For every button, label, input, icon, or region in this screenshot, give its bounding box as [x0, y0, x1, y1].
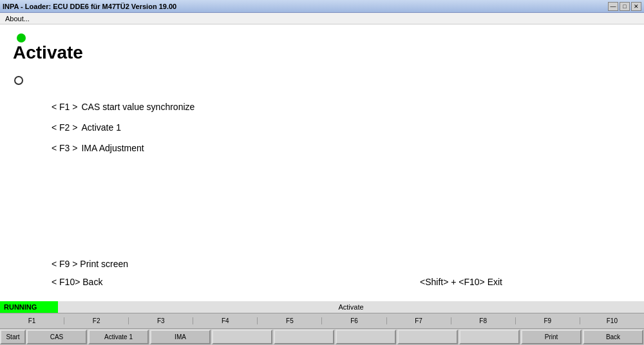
f1-button[interactable]: CAS	[26, 330, 87, 344]
close-button[interactable]: ✕	[631, 2, 641, 11]
f8-button[interactable]	[459, 330, 520, 344]
button-bar: Start CAS Activate 1 IMA Print Back	[0, 329, 644, 345]
f9-label: Print screen	[80, 259, 128, 269]
f10-label: Back	[82, 277, 102, 287]
f2-key: < F2 >	[52, 122, 77, 133]
f7-button[interactable]	[397, 330, 458, 344]
menu-entry-f3: < F3 > IMA Adjustment	[52, 143, 631, 153]
f10-button[interactable]: Back	[583, 330, 643, 344]
shortcut-f9: < F9 > Print screen	[52, 259, 631, 269]
f2-label: Activate 1	[81, 122, 120, 133]
title-bar: INPA - Loader: ECU DDE6 für M47TÜ2 Versi…	[0, 0, 644, 13]
indicator-dot	[17, 33, 26, 42]
fkey-label-f2: F2	[64, 317, 129, 324]
menu-entry-f1: < F1 > CAS start value synchronize	[52, 102, 631, 112]
fkey-label-f3: F3	[129, 317, 193, 324]
f2-button[interactable]: Activate 1	[88, 330, 149, 344]
title-bar-buttons: — □ ✕	[608, 2, 641, 11]
shift-shortcut: <Shift> + <F10> Exit	[420, 277, 502, 287]
maximize-button[interactable]: □	[620, 2, 630, 11]
f1-label: CAS start value synchronize	[81, 102, 194, 112]
status-running: RUNNING	[0, 301, 58, 313]
f3-button[interactable]: IMA	[150, 330, 211, 344]
radio-indicator	[14, 76, 23, 85]
fkey-label-f10: F10	[580, 317, 644, 324]
main-area: Activate < F1 > CAS start value synchron…	[0, 24, 644, 301]
f5-button[interactable]	[274, 330, 334, 344]
shortcut-row: < F10> Back <Shift> + <F10> Exit	[52, 277, 631, 295]
fkey-label-f9: F9	[516, 317, 580, 324]
start-button[interactable]: Start	[0, 330, 26, 344]
shortcut-f10: < F10> Back	[52, 277, 102, 287]
menu-entry-f2: < F2 > Activate 1	[52, 122, 631, 133]
f6-button[interactable]	[336, 330, 396, 344]
menu-entries: < F1 > CAS start value synchronize < F2 …	[52, 102, 631, 163]
minimize-button[interactable]: —	[608, 2, 618, 11]
menu-bar: About...	[0, 13, 644, 24]
f3-key: < F3 >	[52, 143, 77, 153]
content-body: Activate < F1 > CAS start value synchron…	[13, 31, 631, 295]
fkey-label-bar: F1 F2 F3 F4 F5 F6 F7 F8 F9 F10	[0, 313, 644, 329]
fkey-label-f4: F4	[193, 317, 258, 324]
status-center: Activate	[58, 303, 644, 311]
title-bar-text: INPA - Loader: ECU DDE6 für M47TÜ2 Versi…	[3, 3, 176, 10]
fkey-label-f5: F5	[258, 317, 322, 324]
f4-button[interactable]	[212, 330, 272, 344]
page-title: Activate	[13, 42, 631, 63]
bottom-shortcuts: < F9 > Print screen < F10> Back <Shift> …	[52, 259, 631, 295]
fkey-label-f8: F8	[451, 317, 516, 324]
menu-item-about[interactable]: About...	[3, 15, 32, 23]
f1-key: < F1 >	[52, 102, 77, 112]
f9-button[interactable]: Print	[521, 330, 582, 344]
fkey-label-f1: F1	[0, 317, 64, 324]
f9-key: < F9 >	[52, 259, 80, 269]
f3-label: IMA Adjustment	[81, 143, 144, 153]
f10-key: < F10>	[52, 277, 82, 287]
fkey-label-f7: F7	[387, 317, 451, 324]
status-bar: RUNNING Activate	[0, 301, 644, 313]
fkey-label-f6: F6	[322, 317, 386, 324]
